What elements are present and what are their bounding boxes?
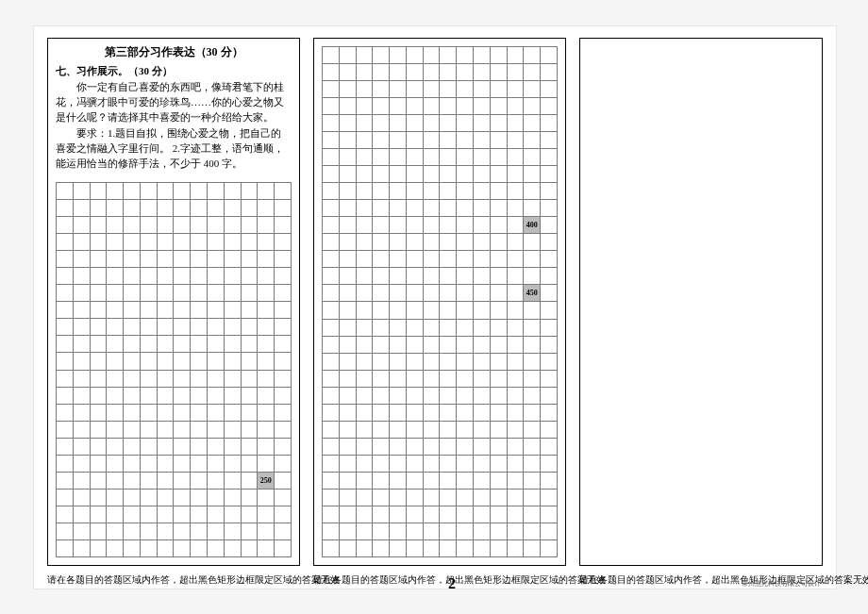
grid-cell[interactable] xyxy=(73,506,90,523)
grid-cell[interactable] xyxy=(207,285,224,301)
grid-cell[interactable] xyxy=(190,490,207,506)
grid-cell[interactable] xyxy=(322,302,339,318)
grid-cell[interactable] xyxy=(257,456,274,472)
grid-cell[interactable] xyxy=(490,302,507,318)
grid-cell[interactable] xyxy=(322,81,339,97)
grid-cell[interactable] xyxy=(190,439,207,455)
grid-cell[interactable] xyxy=(423,132,440,148)
grid-cell[interactable] xyxy=(523,47,540,63)
grid-cell[interactable] xyxy=(523,302,540,318)
grid-cell[interactable] xyxy=(507,354,524,370)
grid-cell[interactable] xyxy=(207,405,224,421)
grid-cell[interactable] xyxy=(356,439,373,455)
grid-cell[interactable] xyxy=(490,268,507,284)
grid-cell[interactable] xyxy=(123,217,140,233)
grid-cell[interactable] xyxy=(473,64,490,80)
grid-cell[interactable] xyxy=(173,353,190,369)
grid-cell[interactable] xyxy=(322,473,339,489)
grid-cell[interactable] xyxy=(56,439,73,455)
grid-cell[interactable] xyxy=(322,523,339,539)
grid-cell[interactable] xyxy=(140,234,157,250)
grid-cell[interactable] xyxy=(322,405,339,421)
grid-cell[interactable] xyxy=(190,422,207,438)
grid-cell[interactable] xyxy=(372,523,389,539)
grid-cell[interactable] xyxy=(406,183,423,199)
grid-cell[interactable] xyxy=(389,506,406,523)
grid-cell[interactable] xyxy=(456,132,473,148)
grid-cell[interactable] xyxy=(157,523,174,539)
grid-cell[interactable] xyxy=(207,422,224,438)
grid-cell[interactable] xyxy=(106,200,123,216)
grid-cell[interactable] xyxy=(490,388,507,404)
grid-cell[interactable] xyxy=(389,268,406,284)
grid-cell[interactable] xyxy=(322,234,339,250)
grid-cell[interactable] xyxy=(540,456,558,472)
grid-cell[interactable] xyxy=(190,234,207,250)
grid-cell[interactable] xyxy=(90,200,107,216)
grid-cell[interactable] xyxy=(173,422,190,438)
grid-cell[interactable] xyxy=(90,490,107,506)
grid-cell[interactable] xyxy=(456,81,473,97)
grid-cell[interactable] xyxy=(439,371,456,387)
grid-cell[interactable] xyxy=(106,405,123,421)
grid-cell[interactable] xyxy=(90,540,107,556)
grid-cell[interactable] xyxy=(224,285,241,301)
grid-cell[interactable] xyxy=(423,320,440,336)
grid-cell[interactable] xyxy=(523,98,540,114)
grid-cell[interactable] xyxy=(157,506,174,523)
grid-cell[interactable] xyxy=(406,81,423,97)
grid-cell[interactable] xyxy=(423,456,440,472)
grid-cell[interactable] xyxy=(123,200,140,216)
grid-cell[interactable] xyxy=(490,285,507,301)
grid-cell[interactable] xyxy=(490,64,507,80)
grid-cell[interactable] xyxy=(207,523,224,539)
grid-cell[interactable] xyxy=(523,354,540,370)
grid-cell[interactable] xyxy=(356,234,373,250)
grid-cell[interactable] xyxy=(207,371,224,387)
grid-cell[interactable] xyxy=(507,64,524,80)
grid-cell[interactable] xyxy=(73,285,90,301)
grid-cell[interactable] xyxy=(140,268,157,284)
grid-cell[interactable] xyxy=(224,302,241,318)
grid-cell[interactable] xyxy=(456,251,473,267)
grid-cell[interactable] xyxy=(157,285,174,301)
grid-cell[interactable] xyxy=(190,388,207,404)
grid-cell[interactable] xyxy=(123,540,140,556)
grid-cell[interactable] xyxy=(274,523,292,539)
grid-cell[interactable] xyxy=(73,439,90,455)
grid-cell[interactable] xyxy=(157,422,174,438)
grid-cell[interactable] xyxy=(389,302,406,318)
grid-cell[interactable] xyxy=(507,320,524,336)
grid-cell[interactable] xyxy=(439,81,456,97)
grid-cell[interactable] xyxy=(389,473,406,489)
grid-cell[interactable] xyxy=(123,268,140,284)
grid-cell[interactable] xyxy=(507,388,524,404)
grid-cell[interactable] xyxy=(523,405,540,421)
grid-cell[interactable] xyxy=(140,405,157,421)
grid-cell[interactable] xyxy=(339,81,356,97)
grid-cell[interactable] xyxy=(73,388,90,404)
grid-cell[interactable] xyxy=(490,405,507,421)
grid-cell[interactable] xyxy=(473,388,490,404)
grid-cell[interactable] xyxy=(507,132,524,148)
grid-cell[interactable] xyxy=(356,320,373,336)
grid-cell[interactable] xyxy=(423,506,440,523)
grid-cell[interactable] xyxy=(190,285,207,301)
grid-cell[interactable] xyxy=(224,200,241,216)
grid-cell[interactable] xyxy=(490,439,507,455)
grid-cell[interactable] xyxy=(157,302,174,318)
grid-cell[interactable] xyxy=(439,47,456,63)
grid-cell[interactable] xyxy=(241,302,258,318)
grid-cell[interactable] xyxy=(389,422,406,438)
grid-cell[interactable] xyxy=(322,166,339,182)
grid-cell[interactable] xyxy=(372,371,389,387)
grid-cell[interactable] xyxy=(339,320,356,336)
grid-cell[interactable] xyxy=(190,473,207,489)
grid-cell[interactable] xyxy=(339,251,356,267)
grid-cell[interactable] xyxy=(274,302,292,318)
grid-cell[interactable] xyxy=(523,320,540,336)
grid-cell[interactable] xyxy=(540,302,558,318)
grid-cell[interactable] xyxy=(372,98,389,114)
grid-cell[interactable] xyxy=(439,490,456,506)
grid-cell[interactable] xyxy=(224,353,241,369)
